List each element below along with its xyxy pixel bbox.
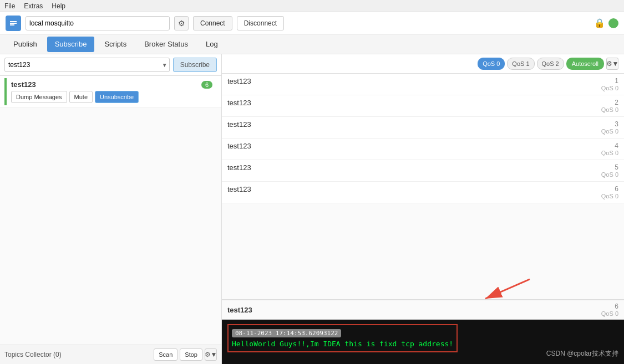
detail-num: 6 (601, 303, 618, 310)
topics-settings-button[interactable]: ⚙▼ (205, 348, 217, 361)
message-qos: QoS 0 (574, 85, 618, 91)
menu-bar: File Extras Help (0, 0, 624, 12)
message-topic: test123 (227, 142, 574, 150)
toolbar: ⚙ Connect Disconnect 🔒 (0, 12, 624, 34)
detail-meta: 6 QoS 0 (601, 303, 618, 317)
watermark: CSDN @cpolar技术支持 (546, 349, 618, 358)
message-qos: QoS 0 (574, 150, 618, 156)
svg-rect-2 (10, 24, 14, 25)
message-row[interactable]: test123 4 QoS 0 (222, 139, 624, 160)
message-qos: QoS 0 (574, 106, 618, 113)
message-qos: QoS 0 (574, 193, 618, 199)
connection-status-dot (608, 18, 618, 28)
message-topic: test123 (227, 99, 574, 107)
message-qos: QoS 0 (574, 171, 618, 178)
svg-rect-1 (10, 23, 17, 24)
tab-subscribe[interactable]: Subscribe (47, 37, 95, 52)
timestamp-badge: 08-11-2023 17:14:53.62093122 (232, 329, 341, 337)
message-meta: 3 QoS 0 (574, 120, 618, 135)
stop-button[interactable]: Stop (180, 348, 202, 361)
mute-button[interactable]: Mute (69, 91, 93, 103)
messages-area[interactable]: test123 1 QoS 0 test123 2 QoS 0 test123 … (222, 74, 624, 299)
main-layout: ▼ Subscribe test123 6 Dump Messages Mu (0, 54, 624, 364)
dump-messages-button[interactable]: Dump Messages (11, 91, 67, 103)
tab-log[interactable]: Log (198, 37, 226, 52)
menu-help[interactable]: Help (52, 2, 65, 10)
message-meta: 4 QoS 0 (574, 142, 618, 156)
detail-topic: test123 (227, 306, 252, 314)
unsubscribe-button[interactable]: Unsubscribe (95, 91, 139, 103)
dropdown-arrow-icon[interactable]: ▼ (162, 62, 168, 68)
sub-item-count: 6 (201, 81, 212, 89)
topics-collector-actions: Scan Stop ⚙▼ (154, 348, 217, 361)
subscription-item: test123 6 Dump Messages Mute Unsubscribe (0, 76, 221, 108)
message-topic: test123 (227, 120, 574, 129)
disconnect-button[interactable]: Disconnect (237, 16, 284, 30)
message-row[interactable]: test123 1 QoS 0 (222, 74, 624, 95)
message-row[interactable]: test123 6 QoS 0 (222, 182, 624, 203)
message-row[interactable]: test123 5 QoS 0 (222, 160, 624, 182)
topics-collector-label: Topics Collector (0) (4, 351, 62, 358)
left-panel: ▼ Subscribe test123 6 Dump Messages Mu (0, 54, 222, 364)
qos2-button[interactable]: QoS 2 (537, 58, 564, 70)
topics-collector: Topics Collector (0) Scan Stop ⚙▼ (0, 345, 221, 364)
right-settings-button[interactable]: ⚙▼ (606, 58, 618, 70)
qos-buttons: QoS 0 QoS 1 QoS 2 Autoscroll ⚙▼ (478, 58, 618, 70)
message-num: 3 (574, 120, 618, 128)
subscription-list: test123 6 Dump Messages Mute Unsubscribe (0, 76, 221, 345)
message-meta: 2 QoS 0 (574, 99, 618, 113)
toolbar-right: 🔒 (594, 18, 618, 28)
subscribe-input-bar: ▼ Subscribe (0, 54, 221, 76)
message-qos: QoS 0 (574, 128, 618, 135)
topic-input-wrap: ▼ (4, 58, 170, 72)
message-num: 6 (574, 185, 618, 193)
message-row[interactable]: test123 2 QoS 0 (222, 95, 624, 117)
autoscroll-button[interactable]: Autoscroll (566, 58, 604, 70)
message-num: 2 (574, 99, 618, 106)
lock-icon: 🔒 (594, 18, 605, 28)
message-body: HelloWorld Guys!!,Im IDEA this is fixd t… (232, 340, 453, 348)
tab-broker-status[interactable]: Broker Status (136, 37, 196, 52)
tabs: Publish Subscribe Scripts Broker Status … (0, 34, 624, 54)
right-top-bar: QoS 0 QoS 1 QoS 2 Autoscroll ⚙▼ (222, 54, 624, 74)
scan-button[interactable]: Scan (154, 348, 177, 361)
message-num: 4 (574, 142, 618, 150)
message-num: 5 (574, 163, 618, 171)
tab-publish[interactable]: Publish (6, 37, 45, 52)
qos0-button[interactable]: QoS 0 (478, 58, 505, 70)
message-meta: 5 QoS 0 (574, 163, 618, 178)
right-panel-wrapper: QoS 0 QoS 1 QoS 2 Autoscroll ⚙▼ test123 … (222, 54, 624, 364)
sub-item-actions: Dump Messages Mute Unsubscribe (11, 91, 212, 103)
connection-input[interactable] (26, 16, 170, 30)
app-icon (6, 16, 21, 31)
message-num: 1 (574, 77, 618, 85)
message-topic: test123 (227, 185, 574, 193)
gear-button[interactable]: ⚙ (174, 16, 189, 30)
menu-extras[interactable]: Extras (24, 2, 43, 10)
connect-button[interactable]: Connect (193, 16, 232, 30)
svg-rect-0 (10, 21, 17, 22)
right-panel: test123 1 QoS 0 test123 2 QoS 0 test123 … (222, 74, 624, 364)
sub-item-name: test123 (11, 80, 36, 89)
detail-header: test123 6 QoS 0 (222, 300, 624, 320)
menu-file[interactable]: File (4, 2, 15, 10)
message-topic: test123 (227, 163, 574, 172)
topic-input[interactable] (4, 58, 170, 72)
sub-item-row: test123 6 Dump Messages Mute Unsubscribe (4, 78, 217, 105)
message-meta: 1 QoS 0 (574, 77, 618, 91)
detail-qos: QoS 0 (601, 310, 618, 317)
message-topic: test123 (227, 77, 574, 85)
message-meta: 6 QoS 0 (574, 185, 618, 199)
qos1-button[interactable]: QoS 1 (507, 58, 534, 70)
sub-item-header: test123 6 (11, 80, 212, 89)
tab-scripts[interactable]: Scripts (97, 37, 134, 52)
subscribe-button[interactable]: Subscribe (173, 58, 217, 72)
message-row[interactable]: test123 3 QoS 0 (222, 117, 624, 139)
